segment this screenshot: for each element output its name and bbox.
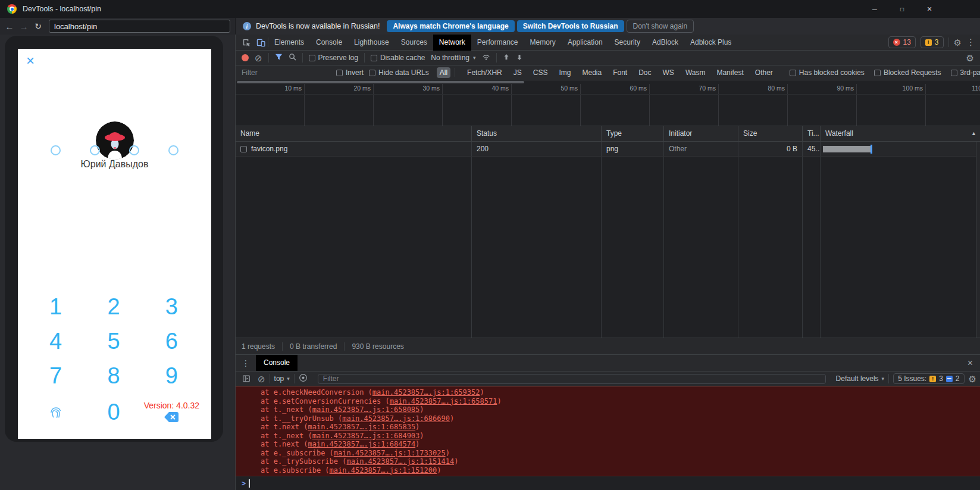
context-selector[interactable]: top ▾ — [274, 374, 290, 383]
devtools-tab[interactable]: Security — [609, 35, 646, 51]
keypad-digit[interactable]: 3 — [143, 289, 201, 324]
resource-type-filter[interactable]: WS — [660, 67, 677, 78]
close-button[interactable]: × — [920, 0, 938, 18]
disable-cache-checkbox[interactable]: Disable cache — [371, 54, 425, 62]
source-link[interactable]: main.4523857….js:1:1733025 — [334, 449, 446, 457]
resource-type-filter[interactable]: Img — [556, 67, 574, 78]
devtools-tab[interactable]: Network — [433, 35, 471, 51]
devtools-tab[interactable]: Application — [562, 35, 609, 51]
keypad-digit[interactable]: 5 — [84, 324, 142, 358]
keypad-digit[interactable]: 1 — [27, 289, 84, 324]
invert-checkbox[interactable]: Invert — [336, 68, 364, 77]
overview-range-bar[interactable] — [237, 81, 524, 83]
preserve-log-checkbox[interactable]: Preserve log — [309, 54, 358, 62]
column-header-name[interactable]: Name — [236, 126, 472, 141]
filter-checkbox[interactable]: 3rd-party requests — [951, 68, 980, 77]
filter-checkbox[interactable]: Blocked Requests — [874, 68, 941, 77]
drawer-close-icon[interactable]: × — [968, 358, 980, 369]
throttling-dropdown[interactable]: No throttling ▾ — [431, 54, 475, 62]
keypad-digit[interactable]: 4 — [27, 324, 84, 358]
log-levels-dropdown[interactable]: Default levels ▾ — [836, 374, 885, 383]
resource-type-filter[interactable]: JS — [511, 67, 525, 78]
devtools-tab[interactable]: Lighthouse — [348, 35, 395, 51]
minimize-button[interactable]: – — [866, 0, 884, 18]
console-filter-box[interactable] — [318, 374, 826, 384]
resource-type-filter[interactable]: Wasm — [682, 67, 709, 78]
devtools-tab[interactable]: Memory — [524, 35, 562, 51]
hide-data-urls-checkbox[interactable]: Hide data URLs — [369, 68, 429, 77]
console-sidebar-icon[interactable] — [239, 371, 253, 386]
resource-type-filter[interactable]: All — [437, 67, 450, 78]
record-button[interactable] — [242, 54, 249, 61]
backspace-button[interactable] — [164, 412, 179, 424]
tab-console[interactable]: Console — [256, 355, 298, 371]
network-overview-timeline[interactable]: 10 ms20 ms30 ms40 ms50 ms60 ms70 ms80 ms… — [236, 80, 980, 126]
devtools-tab[interactable]: Elements — [268, 35, 310, 51]
column-header-waterfall[interactable]: Waterfall ▲ — [821, 126, 980, 141]
import-har-icon[interactable] — [503, 54, 510, 63]
filter-checkbox[interactable]: Has blocked cookies — [790, 68, 865, 77]
settings-gear-icon[interactable]: ⚙ — [954, 38, 962, 47]
console-prompt[interactable]: > — [236, 479, 980, 488]
devtools-tab[interactable]: Sources — [395, 35, 433, 51]
keypad-digit[interactable]: 9 — [143, 358, 201, 393]
fingerprint-button[interactable] — [27, 393, 84, 431]
infobar-button[interactable]: Don't show again — [627, 20, 694, 33]
source-link[interactable]: main.4523857….js:1:684903 — [312, 432, 420, 440]
resource-type-filter[interactable]: Other — [752, 67, 776, 78]
resource-type-filter[interactable]: Manifest — [713, 67, 746, 78]
issues-counter[interactable]: 5 Issues: ! 3 2 — [893, 373, 964, 384]
network-filter-input[interactable] — [242, 68, 331, 77]
resource-type-filter[interactable]: Media — [579, 67, 605, 78]
console-settings-gear-icon[interactable]: ⚙ — [969, 374, 976, 383]
address-bar[interactable] — [49, 20, 230, 33]
source-link[interactable]: main.4523857….js:1:658085 — [312, 405, 420, 414]
keypad-digit[interactable]: 7 — [27, 358, 84, 393]
network-settings-gear-icon[interactable]: ⚙ — [966, 54, 974, 63]
devtools-tab[interactable]: AdBlock — [646, 35, 684, 51]
errors-badge[interactable]: × 13 — [888, 36, 916, 48]
inspect-icon[interactable] — [239, 35, 253, 50]
source-link[interactable]: main.4523857….js:1:659352 — [372, 388, 480, 397]
app-close-icon[interactable]: × — [26, 54, 35, 68]
console-filter-input[interactable] — [323, 374, 821, 383]
resource-type-filter[interactable]: Doc — [635, 67, 654, 78]
filter-funnel-icon[interactable] — [275, 53, 283, 63]
column-header-time[interactable]: Ti... — [803, 126, 821, 141]
eye-icon[interactable] — [299, 373, 308, 384]
resource-type-filter[interactable]: CSS — [530, 67, 551, 78]
column-header-initiator[interactable]: Initiator — [664, 126, 738, 141]
url-input[interactable] — [49, 22, 230, 31]
column-header-size[interactable]: Size — [738, 126, 803, 141]
source-link[interactable]: main.4523857….js:1:684574 — [308, 440, 415, 448]
maximize-button[interactable]: □ — [893, 0, 911, 18]
infobar-button[interactable]: Always match Chrome's language — [387, 20, 514, 32]
resource-type-filter[interactable]: Font — [610, 67, 630, 78]
search-icon[interactable] — [289, 53, 296, 63]
source-link[interactable]: main.4523857….js:1:151414 — [347, 457, 455, 466]
column-header-type[interactable]: Type — [602, 126, 664, 141]
devtools-tab[interactable]: Performance — [471, 35, 524, 51]
clear-icon[interactable]: ⊘ — [255, 54, 262, 63]
forward-button[interactable]: → — [17, 21, 31, 32]
network-conditions-icon[interactable] — [482, 53, 490, 63]
source-link[interactable]: main.4523857….js:1:685835 — [308, 423, 415, 431]
keypad-zero[interactable]: 0 — [107, 400, 120, 425]
source-link[interactable]: main.4523857….js:1:151200 — [330, 466, 437, 475]
source-link[interactable]: main.4523857….js:1:686690 — [342, 414, 450, 423]
infobar-button[interactable]: Switch DevTools to Russian — [517, 20, 624, 32]
drawer-more-icon[interactable]: ⋮ — [236, 358, 256, 368]
row-checkbox[interactable] — [240, 146, 247, 152]
scrollbar-track[interactable] — [976, 142, 980, 338]
reload-button[interactable]: ↻ — [31, 21, 45, 31]
resource-type-filter[interactable]: Fetch/XHR — [464, 67, 505, 78]
request-row[interactable]: favicon.png 200 png Other 0 B 45... — [236, 142, 980, 157]
keypad-digit[interactable]: 8 — [84, 358, 142, 393]
back-button[interactable]: ← — [2, 21, 17, 32]
export-har-icon[interactable] — [516, 54, 523, 63]
more-menu-icon[interactable]: ⋮ — [966, 37, 975, 48]
console-clear-icon[interactable]: ⊘ — [258, 374, 265, 383]
devtools-tab[interactable]: Adblock Plus — [684, 35, 737, 51]
column-header-status[interactable]: Status — [472, 126, 602, 141]
devtools-tab[interactable]: Console — [310, 35, 348, 51]
